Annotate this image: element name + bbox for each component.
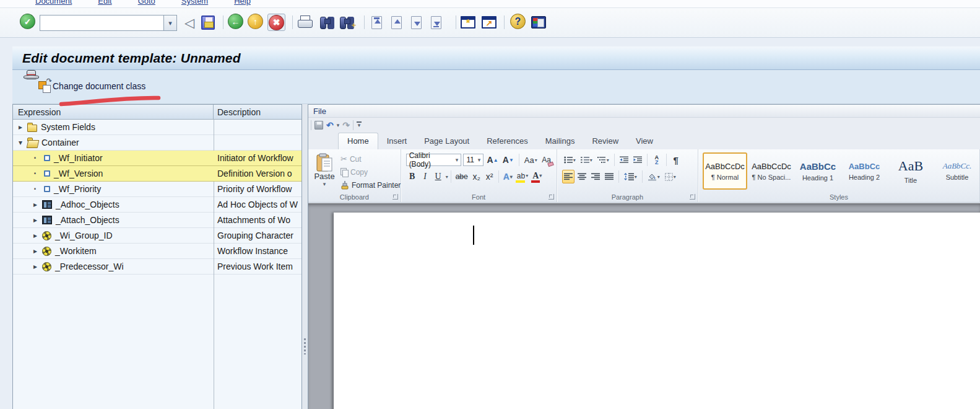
find-next-icon[interactable]: + — [340, 14, 353, 31]
last-page-icon[interactable] — [431, 14, 441, 31]
format-painter-button[interactable]: Format Painter — [340, 179, 401, 191]
column-header-description[interactable]: Description — [214, 105, 301, 119]
qat-save-icon[interactable] — [314, 121, 323, 130]
menu-item[interactable]: System — [181, 0, 208, 6]
sort-button[interactable]: AZ — [651, 153, 663, 167]
expander-icon[interactable] — [32, 247, 39, 255]
justify-button[interactable] — [603, 170, 615, 183]
command-dropdown-icon[interactable]: ▾ — [163, 15, 177, 31]
help-icon[interactable]: ? — [510, 14, 526, 29]
bold-button[interactable]: B — [406, 170, 418, 183]
menu-item[interactable]: Goto — [138, 0, 155, 6]
ribbon-tab[interactable]: Mailings — [537, 133, 584, 149]
cancel-icon[interactable]: ✖ — [267, 14, 285, 31]
tree-row[interactable]: _Wf_Version Definition Version o — [13, 166, 301, 182]
superscript-button[interactable]: x² — [483, 170, 496, 183]
ribbon-tab[interactable]: View — [627, 133, 662, 149]
style-card[interactable]: AaBbCc. Subtitle — [935, 152, 979, 190]
tree-row[interactable]: _Workitem Workflow Instance — [13, 244, 301, 259]
expander-icon[interactable] — [32, 152, 39, 164]
tree-row[interactable]: _Wi_Group_ID Grouping Character — [13, 228, 301, 244]
first-page-icon[interactable] — [371, 14, 382, 31]
find-icon[interactable] — [320, 14, 334, 31]
align-center-button[interactable] — [576, 170, 588, 183]
tree-row[interactable]: _Attach_Objects Attachments of Wo — [13, 213, 301, 228]
command-input[interactable] — [40, 15, 163, 31]
redo-icon[interactable]: ↷ — [342, 121, 350, 130]
enter-icon[interactable]: ✓ — [20, 14, 35, 29]
italic-button[interactable]: I — [419, 170, 431, 183]
customize-qat-icon[interactable]: ▾ — [357, 121, 362, 128]
change-case-button[interactable]: Aa▾ — [523, 153, 539, 167]
ribbon-tab[interactable]: Insert — [378, 133, 416, 149]
print-icon[interactable] — [297, 14, 313, 31]
expander-icon[interactable] — [32, 183, 39, 195]
numbering-button[interactable]: ▾ — [579, 153, 594, 167]
bullets-button[interactable]: ▾ — [562, 153, 578, 167]
expander-icon[interactable] — [32, 168, 39, 179]
back-icon[interactable]: ← — [228, 14, 243, 29]
shading-button[interactable]: ▾ — [646, 170, 662, 183]
tree-row[interactable]: System Fields — [13, 120, 301, 135]
font-size-combobox[interactable]: 11▾ — [463, 154, 483, 166]
tree-row[interactable]: _Wf_Priority Priority of Workflow — [13, 182, 301, 197]
command-field[interactable]: ▾ — [40, 15, 177, 31]
tree-row[interactable]: Container — [13, 135, 301, 151]
shrink-font-button[interactable]: A▼ — [501, 153, 515, 167]
ribbon-tab[interactable]: Review — [583, 133, 627, 149]
undo-icon[interactable]: ↶ — [326, 121, 334, 130]
decrease-indent-button[interactable] — [618, 153, 630, 167]
paragraph-dialog-launcher-icon[interactable] — [690, 194, 695, 200]
grow-font-button[interactable]: A▲ — [485, 153, 499, 167]
clipboard-dialog-launcher-icon[interactable] — [392, 194, 398, 200]
cut-button[interactable]: ✂ Cut — [340, 153, 401, 165]
tree-row[interactable]: _Adhoc_Objects Ad Hoc Objects of W — [13, 197, 301, 213]
expander-icon[interactable] — [17, 138, 24, 147]
menu-item[interactable]: Help — [234, 0, 251, 6]
font-name-combobox[interactable]: Calibri (Body)▾ — [406, 154, 462, 166]
align-right-button[interactable] — [589, 170, 602, 183]
splitter-grip[interactable] — [304, 338, 306, 354]
previous-screen-icon[interactable]: ◁ — [184, 14, 194, 31]
subscript-button[interactable]: x₂ — [470, 170, 483, 183]
clear-formatting-button[interactable]: Aa — [540, 153, 553, 167]
copy-button[interactable]: Copy — [340, 166, 401, 178]
menu-item[interactable]: Document — [35, 0, 72, 6]
paste-dropdown-icon[interactable]: ▾ — [323, 181, 326, 187]
ribbon-tab[interactable]: Home — [338, 133, 378, 149]
expander-icon[interactable] — [17, 123, 24, 131]
tree-row[interactable]: _Predecessor_Wi Previous Work Item — [13, 259, 301, 275]
customize-layout-icon[interactable] — [531, 14, 546, 31]
borders-button[interactable]: ▾ — [663, 170, 678, 183]
show-hide-paragraph-button[interactable]: ¶ — [670, 153, 682, 167]
font-dialog-launcher-icon[interactable] — [549, 194, 554, 200]
save-icon[interactable] — [201, 14, 215, 31]
tree-row[interactable]: _Wf_Initiator Initiator of Workflow — [13, 151, 301, 166]
chevron-down-icon[interactable]: ▾ — [475, 157, 483, 163]
style-card[interactable]: AaB Title — [888, 152, 933, 190]
expander-icon[interactable] — [32, 200, 39, 209]
menu-item[interactable]: Edit — [98, 0, 111, 6]
style-card[interactable]: AaBbCcDc ¶ Normal — [703, 152, 747, 190]
font-color-button[interactable]: A▾ — [531, 170, 544, 183]
align-left-button[interactable] — [562, 170, 575, 183]
ribbon-tab[interactable]: References — [478, 133, 536, 149]
paste-button[interactable]: Paste ▾ — [312, 152, 337, 192]
chevron-down-icon[interactable]: ▾ — [453, 157, 461, 163]
expander-icon[interactable] — [32, 231, 39, 240]
column-header-expression[interactable]: Expression — [13, 105, 214, 119]
style-card[interactable]: AaBbCcDc ¶ No Spaci... — [749, 152, 794, 190]
panel-splitter[interactable] — [302, 104, 308, 409]
ribbon-tab[interactable]: Page Layout — [415, 133, 478, 149]
multilevel-list-button[interactable]: ▾ — [596, 153, 611, 167]
create-shortcut-icon[interactable]: ↗ — [482, 14, 497, 31]
highlight-color-button[interactable]: ab▾ — [515, 170, 530, 183]
underline-button[interactable]: U — [432, 170, 444, 183]
document-page[interactable] — [334, 213, 980, 409]
file-menu[interactable]: File — [313, 107, 326, 116]
style-card[interactable]: AaBbCc Heading 2 — [842, 152, 887, 190]
underline-dropdown-icon[interactable]: ▾ — [446, 174, 448, 180]
expander-icon[interactable] — [32, 216, 39, 224]
text-effects-button[interactable]: A▾ — [501, 170, 514, 183]
undo-dropdown-icon[interactable]: ▾ — [337, 122, 340, 128]
